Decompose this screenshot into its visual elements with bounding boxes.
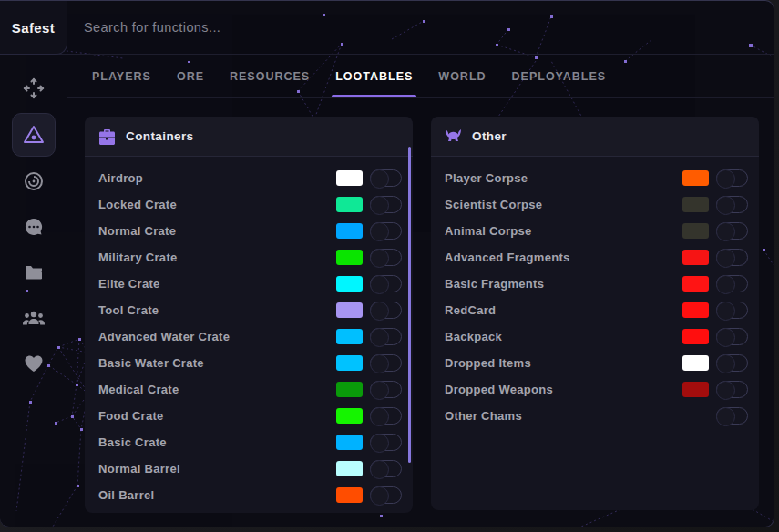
row-list: Player CorpseScientist CorpseAnimal Corp… [431, 157, 759, 510]
toggle-knob [716, 169, 735, 189]
color-swatch[interactable] [336, 435, 363, 450]
toggle-switch[interactable] [370, 196, 402, 213]
toggle-knob [716, 275, 735, 294]
sidebar-item-aim[interactable] [13, 67, 55, 109]
toggle-switch[interactable] [716, 275, 748, 292]
toggle-switch[interactable] [716, 196, 748, 213]
color-swatch[interactable] [682, 223, 709, 239]
color-swatch[interactable] [336, 223, 363, 239]
toggle-knob [370, 460, 389, 479]
sidebar-item-visuals[interactable] [12, 113, 56, 157]
brand-logo: Safest [0, 1, 67, 55]
toggle-switch[interactable] [370, 407, 402, 425]
toggle-switch[interactable] [716, 328, 748, 345]
sidebar-item-players[interactable] [13, 297, 55, 339]
toggle-switch[interactable] [370, 275, 402, 292]
toggle-switch[interactable] [716, 169, 748, 187]
row-elite-crate: Elite Crate [98, 271, 402, 297]
panel-scrollbar[interactable] [408, 147, 411, 463]
color-swatch[interactable] [682, 276, 709, 292]
group-icon [22, 308, 46, 328]
toggle-switch[interactable] [370, 302, 402, 319]
row-advanced-fragments: Advanced Fragments [445, 244, 748, 271]
toggle-knob [716, 196, 735, 215]
row-label: Player Corpse [445, 171, 682, 185]
color-swatch[interactable] [336, 355, 363, 371]
row-label: Dropped Weapons [445, 383, 682, 396]
toggle-switch[interactable] [370, 169, 402, 187]
color-swatch[interactable] [336, 250, 363, 265]
toggle-knob [370, 381, 389, 400]
row-label: Basic Water Crate [98, 356, 336, 370]
toggle-switch[interactable] [716, 354, 748, 372]
tab-players[interactable]: PLAYERS [92, 55, 151, 97]
toggle-switch[interactable] [370, 222, 402, 240]
move-crosshair-icon [23, 77, 45, 99]
color-swatch[interactable] [682, 302, 709, 318]
color-swatch[interactable] [336, 408, 363, 424]
sidebar-item-favorites[interactable] [13, 343, 55, 384]
color-swatch[interactable] [682, 250, 709, 265]
row-label: Advanced Fragments [445, 251, 682, 264]
toggle-knob [370, 434, 389, 453]
toggle-switch[interactable] [370, 354, 402, 372]
tab-ore[interactable]: ORE [177, 55, 204, 97]
color-swatch[interactable] [682, 382, 709, 397]
color-swatch[interactable] [682, 170, 709, 186]
color-swatch[interactable] [336, 329, 363, 344]
row-redcard: RedCard [445, 297, 748, 323]
color-swatch[interactable] [336, 276, 363, 292]
toggle-switch[interactable] [370, 381, 402, 398]
row-list: AirdropLocked CrateNormal CrateMilitary … [85, 157, 413, 513]
radar-icon [23, 170, 45, 192]
tab-resources[interactable]: RESOURCES [230, 55, 310, 97]
toggle-switch[interactable] [370, 328, 402, 345]
row-dropped-weapons: Dropped Weapons [445, 376, 748, 403]
row-backpack: Backpack [445, 323, 748, 350]
toggle-switch[interactable] [716, 302, 748, 319]
panel-area: ContainersAirdropLocked CrateNormal Crat… [67, 98, 774, 527]
color-swatch[interactable] [682, 197, 709, 212]
color-swatch[interactable] [336, 302, 363, 318]
row-animal-corpse: Animal Corpse [445, 218, 748, 244]
toggle-switch[interactable] [370, 434, 402, 451]
row-normal-barrel: Normal Barrel [98, 455, 402, 482]
toggle-switch[interactable] [716, 407, 748, 425]
row-basic-water-crate: Basic Water Crate [98, 350, 402, 376]
sidebar-item-configs[interactable] [13, 251, 55, 293]
toggle-switch[interactable] [370, 486, 402, 504]
toggle-switch[interactable] [370, 460, 402, 477]
row-label: Dropped Items [445, 356, 682, 370]
tab-lootables[interactable]: LOOTABLES [335, 55, 413, 97]
panel-header: Other [431, 117, 759, 157]
toggle-knob [370, 249, 389, 268]
color-swatch[interactable] [336, 382, 363, 397]
color-swatch[interactable] [336, 487, 363, 503]
tab-world[interactable]: WORLD [438, 55, 486, 97]
toggle-switch[interactable] [716, 249, 748, 266]
color-swatch[interactable] [336, 197, 363, 212]
sidebar-item-misc[interactable] [13, 206, 55, 248]
row-advanced-water-crate: Advanced Water Crate [98, 323, 402, 350]
row-airdrop: Airdrop [98, 165, 402, 191]
row-label: Normal Barrel [98, 462, 336, 476]
row-label: Basic Fragments [445, 277, 682, 291]
row-label: Advanced Water Crate [98, 330, 336, 343]
toggle-switch[interactable] [370, 249, 402, 266]
row-label: Other Chams [445, 409, 716, 423]
toggle-switch[interactable] [716, 381, 748, 398]
panel-title: Containers [126, 129, 194, 143]
row-label: Locked Crate [98, 198, 336, 211]
search-input[interactable] [67, 1, 774, 54]
row-basic-fragments: Basic Fragments [445, 271, 748, 297]
tab-deployables[interactable]: DEPLOYABLES [512, 55, 607, 97]
color-swatch[interactable] [682, 329, 709, 344]
sidebar-item-radar[interactable] [13, 160, 55, 202]
color-swatch[interactable] [336, 170, 363, 186]
sidebar [0, 55, 67, 527]
toggle-switch[interactable] [716, 222, 748, 240]
toggle-knob [716, 328, 735, 347]
color-swatch[interactable] [336, 461, 363, 476]
color-swatch[interactable] [682, 355, 709, 371]
panel-other: OtherPlayer CorpseScientist CorpseAnimal… [431, 117, 759, 510]
